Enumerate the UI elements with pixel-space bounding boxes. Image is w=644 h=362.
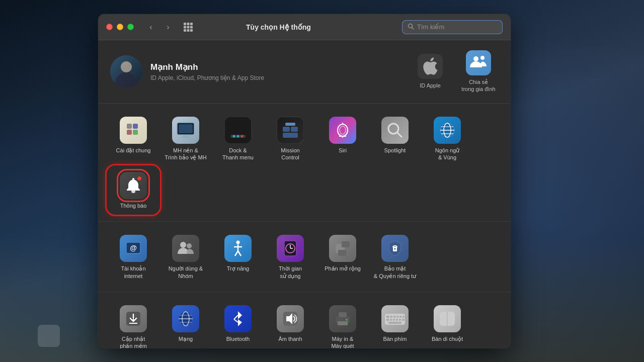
svg-rect-21	[229, 123, 247, 135]
svg-point-23	[233, 135, 235, 137]
general-label: Cài đặt chung	[116, 147, 151, 154]
svg-line-68	[234, 315, 238, 319]
spotlight-icon	[381, 117, 409, 144]
internet-icon: @	[120, 235, 147, 262]
svg-rect-75	[338, 321, 348, 325]
svg-rect-89	[402, 319, 405, 321]
profile-name: Mạnh Mạnh	[150, 62, 402, 72]
svg-rect-13	[127, 124, 132, 129]
bluetooth-icon	[224, 305, 252, 332]
family-sharing-button[interactable]: Chia sẻtrong gia đình	[458, 50, 499, 93]
notification-item[interactable]: Thông báo	[108, 167, 158, 213]
language-item[interactable]: Ngôn ngữ& Vùng	[422, 112, 472, 165]
notification-dot	[137, 176, 142, 181]
svg-rect-26	[283, 127, 290, 132]
svg-rect-88	[399, 319, 401, 321]
svg-point-11	[473, 56, 478, 61]
avatar[interactable]	[110, 55, 142, 87]
printers-icon	[329, 305, 356, 332]
extensions-label: Phần mở rộng	[325, 265, 361, 272]
search-input[interactable]	[417, 23, 497, 31]
title-bar: ‹ › Tùy chọn Hệ thống	[98, 14, 511, 40]
general-item[interactable]: Cài đặt chung	[108, 112, 158, 165]
content-area: Mạnh Mạnh ID Apple, iCloud, Phương tiện …	[98, 40, 511, 348]
icons-grid-row3: Cập nhậtphần mềm Mạng	[108, 300, 501, 348]
bluetooth-item[interactable]: Bluetooth	[213, 300, 263, 348]
back-button[interactable]: ‹	[144, 20, 158, 34]
trackpad-item[interactable]: Bàn di chuột	[422, 300, 472, 348]
grid-section-row2: @ Tài khoảninternet Người dùn	[98, 222, 511, 292]
bluetooth-label: Bluetooth	[226, 335, 250, 342]
keyboard-item[interactable]: Bàn phím	[370, 300, 420, 348]
search-icon	[408, 23, 414, 31]
extensions-icon	[329, 235, 356, 262]
svg-rect-18	[179, 124, 193, 133]
printers-item[interactable]: Máy in &Máy quét	[317, 300, 368, 348]
svg-rect-27	[291, 127, 298, 132]
mission-item[interactable]: MissionControl	[265, 112, 315, 165]
svg-rect-90	[388, 322, 401, 324]
trackpad-icon	[434, 305, 461, 332]
family-sharing-label: Chia sẻtrong gia đình	[461, 78, 495, 93]
printers-label: Máy in &Máy quét	[331, 335, 354, 348]
sound-icon	[277, 305, 304, 332]
svg-point-60	[394, 248, 396, 250]
window-title: Tùy chọn Hệ thống	[161, 23, 396, 31]
internet-item[interactable]: @ Tài khoảninternet	[108, 230, 158, 284]
siri-item[interactable]: Siri	[317, 112, 368, 165]
svg-rect-57	[342, 241, 350, 247]
svg-point-76	[346, 319, 348, 321]
svg-line-51	[238, 251, 241, 256]
icons-grid-row1: Cài đặt chung MH nền &Trình bảo vệ MH	[108, 112, 501, 214]
keyboard-label: Bàn phím	[383, 335, 407, 342]
svg-rect-16	[133, 130, 138, 135]
svg-line-36	[397, 132, 401, 137]
mission-icon	[277, 117, 304, 144]
minimize-button[interactable]	[117, 24, 123, 30]
profile-subtitle: ID Apple, iCloud, Phương tiện & App Stor…	[150, 74, 402, 81]
svg-point-42	[131, 190, 135, 193]
svg-line-69	[234, 319, 238, 322]
svg-rect-28	[285, 123, 295, 126]
extensions-item[interactable]: Phần mở rộng	[317, 230, 368, 284]
network-item[interactable]: Mạng	[160, 300, 211, 348]
display-icon	[172, 117, 199, 144]
sound-item[interactable]: Âm thanh	[265, 300, 315, 348]
svg-point-12	[480, 56, 485, 60]
accessibility-item[interactable]: Trợ năng	[213, 230, 263, 284]
svg-rect-74	[339, 312, 347, 317]
profile-actions: ID Apple Chia sẻtrong gia đình	[410, 50, 499, 93]
general-icon	[120, 117, 147, 144]
software-item[interactable]: Cập nhậtphần mềm	[108, 300, 158, 348]
siri-icon	[329, 117, 356, 144]
svg-point-45	[180, 242, 186, 248]
apple-id-icon	[418, 54, 443, 79]
spotlight-item[interactable]: Spotlight	[370, 112, 420, 165]
dock-item[interactable]: Dock &Thanh menu	[213, 112, 263, 165]
users-label: Người dùng &Nhóm	[169, 265, 203, 280]
software-label: Cập nhậtphần mềm	[120, 335, 147, 348]
software-icon	[120, 305, 147, 332]
grid-section-row1: Cài đặt chung MH nền &Trình bảo vệ MH	[98, 104, 511, 222]
svg-point-24	[237, 135, 239, 137]
svg-rect-78	[386, 316, 389, 318]
svg-point-31	[340, 126, 346, 134]
display-label: MH nền &Trình bảo vệ MH	[165, 147, 206, 161]
display-item[interactable]: MH nền &Trình bảo vệ MH	[160, 112, 211, 165]
svg-point-25	[241, 135, 244, 137]
svg-rect-19	[183, 135, 188, 137]
search-bar[interactable]	[402, 20, 503, 34]
security-item[interactable]: Bảo mật& Quyền riêng tư	[370, 230, 420, 284]
dock-icon	[224, 117, 252, 144]
trackpad-label: Bàn di chuột	[432, 335, 463, 342]
svg-rect-86	[393, 319, 395, 321]
svg-rect-87	[396, 319, 398, 321]
users-item[interactable]: Người dùng &Nhóm	[160, 230, 211, 284]
notification-icon	[120, 172, 147, 199]
svg-rect-84	[386, 319, 389, 321]
maximize-button[interactable]	[127, 24, 134, 30]
apple-id-button[interactable]: ID Apple	[410, 54, 450, 89]
close-button[interactable]	[106, 24, 113, 30]
internet-label: Tài khoảninternet	[121, 265, 145, 280]
screentime-item[interactable]: Thời giansử dụng	[265, 230, 315, 284]
